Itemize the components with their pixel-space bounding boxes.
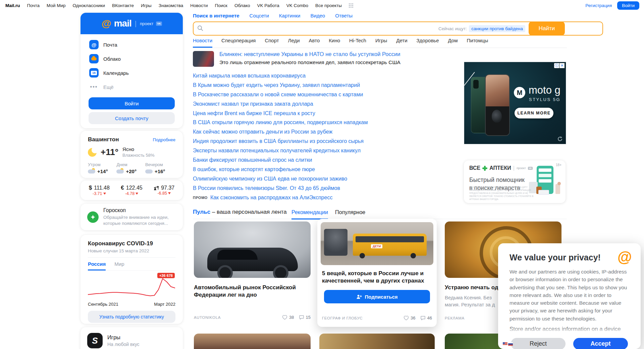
language-flag-icon[interactable] bbox=[503, 342, 513, 346]
nav-all-projects[interactable]: Все проекты bbox=[315, 3, 342, 8]
news-item[interactable]: Цена нефти Brent на бирже ICE перешла к … bbox=[193, 110, 315, 116]
nav-pochta[interactable]: Почта bbox=[27, 3, 40, 8]
nav-novosti[interactable]: Новости bbox=[190, 3, 208, 8]
pulse-card-title[interactable]: Автомобильный рынок Российской Федерации… bbox=[194, 284, 305, 299]
nav-vk-combo[interactable]: VK Combo bbox=[286, 3, 308, 8]
search-bar: Сейчас ищут: санкции против байдена Найт… bbox=[193, 21, 567, 36]
news-tab-avto[interactable]: Авто bbox=[309, 38, 320, 48]
nav-poisk[interactable]: Поиск bbox=[215, 3, 227, 8]
pulse-card-title[interactable]: 5 вещей, которые в России лучше и качест… bbox=[322, 270, 433, 285]
accept-button[interactable]: Accept bbox=[573, 338, 628, 349]
search-tab-video[interactable]: Видео bbox=[310, 13, 325, 18]
pulse-card[interactable]: Автомобильный рынок Российской Федерации… bbox=[194, 221, 311, 322]
pulse-card-source[interactable]: AUTONIKOLA bbox=[194, 315, 221, 319]
display-ad-apteki[interactable]: ВСЕ АПТЕКИ | проект VK 18+ Быстрый помощ… bbox=[464, 160, 566, 203]
nav-znakomstva[interactable]: Знакомства bbox=[159, 3, 183, 8]
nav-oblako[interactable]: Облако bbox=[234, 3, 250, 8]
news-tab-igry[interactable]: Игры bbox=[375, 38, 387, 48]
currency-widget[interactable]: $111.48 -3.71 €122.45 -4.78 97.37 -6.85 bbox=[80, 181, 183, 200]
pulse-tab-popular[interactable]: Популярное bbox=[335, 209, 365, 215]
news-item[interactable]: Китай накрыла новая вспышка коронавируса bbox=[193, 73, 306, 79]
create-mail-button[interactable]: Создать почту bbox=[89, 112, 175, 124]
reject-button[interactable]: Reject bbox=[511, 338, 566, 349]
pulse-title[interactable]: Пульс bbox=[193, 209, 210, 215]
person-plus-icon bbox=[356, 294, 362, 299]
news-tab-pitomcy[interactable]: Питомцы bbox=[467, 38, 488, 48]
news-item[interactable]: Олимпийскую чемпионку из США едва не пох… bbox=[193, 176, 347, 182]
news-item[interactable]: В США открыли горячую линию для россиян,… bbox=[193, 119, 368, 126]
pulse-card-source[interactable]: ГЕОГРАФ И ГЛОБУС bbox=[322, 316, 363, 320]
news-item[interactable]: Эксперты назвали потенциальных получател… bbox=[193, 148, 361, 154]
subscribe-button[interactable]: Подписаться bbox=[324, 290, 430, 303]
nav-moymir[interactable]: Мой Мир bbox=[47, 3, 66, 8]
ad-info-icon[interactable]: ⓘ bbox=[554, 63, 559, 68]
news-tab-hitech[interactable]: Hi-Tech bbox=[349, 38, 366, 48]
covid-tab-world[interactable]: Мир bbox=[114, 261, 124, 270]
weather-city: Вашингтон bbox=[88, 136, 119, 143]
pulse-card-image-portrait[interactable] bbox=[194, 334, 311, 349]
mail-at-logo: @ bbox=[101, 18, 111, 29]
search-tab-answers[interactable]: Ответы bbox=[335, 13, 353, 18]
nav-igry[interactable]: Игры bbox=[141, 3, 152, 8]
news-item[interactable]: Индия продолжит ввозить в США бриллианты… bbox=[193, 138, 364, 144]
news-item[interactable]: В России появились телевизоры Sber. От 4… bbox=[193, 185, 340, 191]
news-tab-zdorovie[interactable]: Здоровье bbox=[417, 38, 439, 48]
weather-more-link[interactable]: Подробнее bbox=[153, 137, 175, 142]
mail-at-logo: @ bbox=[618, 249, 632, 265]
news-tab-sport[interactable]: Спорт bbox=[265, 38, 279, 48]
login-button-top[interactable]: Войти bbox=[617, 1, 639, 10]
like-button[interactable]: 38 bbox=[282, 315, 294, 320]
now-searching-query[interactable]: санкции против байдена bbox=[469, 25, 525, 32]
cloud-icon bbox=[89, 54, 99, 63]
comments-button[interactable]: 15 bbox=[299, 315, 311, 320]
search-tab-web[interactable]: Поиск в интернете bbox=[193, 13, 239, 18]
news-tab-deti[interactable]: Дети bbox=[396, 38, 407, 48]
ad-close-icon[interactable]: ✕ bbox=[559, 63, 565, 68]
news-item[interactable]: Как сейчас можно отправить деньги из Рос… bbox=[193, 129, 332, 135]
news-item[interactable]: В Роскачестве рассказали о новой схеме м… bbox=[193, 92, 363, 98]
sidebar-item-label: Облако bbox=[103, 56, 121, 62]
search-tab-social[interactable]: Соцсети bbox=[250, 13, 269, 18]
sidebar-item-more[interactable]: ••• Ещё bbox=[80, 80, 183, 94]
sidebar-login-button[interactable]: Войти bbox=[89, 97, 175, 109]
register-link[interactable]: Регистрация bbox=[585, 3, 612, 8]
horoscope-widget[interactable]: Гороскоп Обращайте внимание на идеи, кот… bbox=[80, 204, 183, 230]
comments-button[interactable]: 46 bbox=[420, 315, 432, 320]
news-tab-novosti[interactable]: Новости bbox=[193, 38, 212, 48]
mail-logo-header[interactable]: @ mail | проект VK bbox=[80, 13, 183, 34]
nav-odnoklassniki[interactable]: Одноклассники bbox=[73, 3, 105, 8]
nav-mailru[interactable]: Mail.ru bbox=[5, 3, 20, 8]
news-item[interactable]: В Крым можно будет ездить через Украину,… bbox=[193, 82, 360, 88]
lead-news-title[interactable]: Блинкен: невступление Украины в НАТО не … bbox=[219, 51, 400, 57]
sidebar-item-cloud[interactable]: Облако bbox=[80, 52, 183, 66]
nav-vkontakte[interactable]: ВКонтакте bbox=[112, 3, 134, 8]
news-tab-specoperacia[interactable]: Спецоперация bbox=[221, 38, 256, 48]
promo-news-item[interactable]: Как сэкономить на распродажах на АлиЭксп… bbox=[210, 195, 333, 201]
news-tab-kino[interactable]: Кино bbox=[329, 38, 340, 48]
pulse-tab-recommendations[interactable]: Рекомендации bbox=[291, 209, 328, 219]
display-ad-moto[interactable]: ⓘ ✕ M moto g STYLUS 5G LEARN MORE bbox=[464, 62, 566, 144]
weather-widget[interactable]: Вашингтон Подробнее +11° Ясно Влажность … bbox=[80, 131, 183, 178]
news-item[interactable]: 8 ошибок, которые испортят картофельное … bbox=[193, 166, 315, 172]
news-item[interactable]: Экономист назвал три признака заката дол… bbox=[193, 101, 313, 107]
nav-vk-rabota[interactable]: VK Работа bbox=[257, 3, 279, 8]
apps-grid-icon[interactable] bbox=[349, 3, 353, 8]
rate-oil: 97.37 -6.85 bbox=[154, 185, 174, 196]
covid-stats-button[interactable]: Узнать подробную статистику bbox=[88, 311, 175, 323]
pulse-card-image-painting[interactable] bbox=[319, 334, 435, 349]
search-submit-button[interactable]: Найти bbox=[529, 21, 565, 36]
news-tab-dom[interactable]: Дом bbox=[448, 38, 458, 48]
search-tab-images[interactable]: Картинки bbox=[279, 13, 301, 18]
covid-tab-russia[interactable]: Россия bbox=[88, 261, 106, 270]
sidebar-item-mail[interactable]: @ Почта bbox=[80, 38, 183, 52]
news-tab-ledi[interactable]: Леди bbox=[288, 38, 300, 48]
ad-refresh-icon[interactable] bbox=[557, 136, 563, 142]
like-button[interactable]: 36 bbox=[404, 315, 415, 320]
news-item[interactable]: Банки фиксируют повышенный спрос на слит… bbox=[193, 157, 312, 163]
sidebar-item-calendar[interactable]: 16 Календарь bbox=[80, 66, 183, 80]
ad-cta-button[interactable]: LEARN MORE bbox=[515, 108, 553, 118]
pulse-card-elevated[interactable]: ДЕТИ 5 вещей, которые в России лучше и к… bbox=[317, 219, 437, 327]
oil-pump-icon bbox=[154, 185, 159, 191]
lead-news[interactable]: Блинкен: невступление Украины в НАТО не … bbox=[193, 51, 495, 68]
games-widget[interactable]: S Игры На любой вкус bbox=[80, 327, 183, 349]
